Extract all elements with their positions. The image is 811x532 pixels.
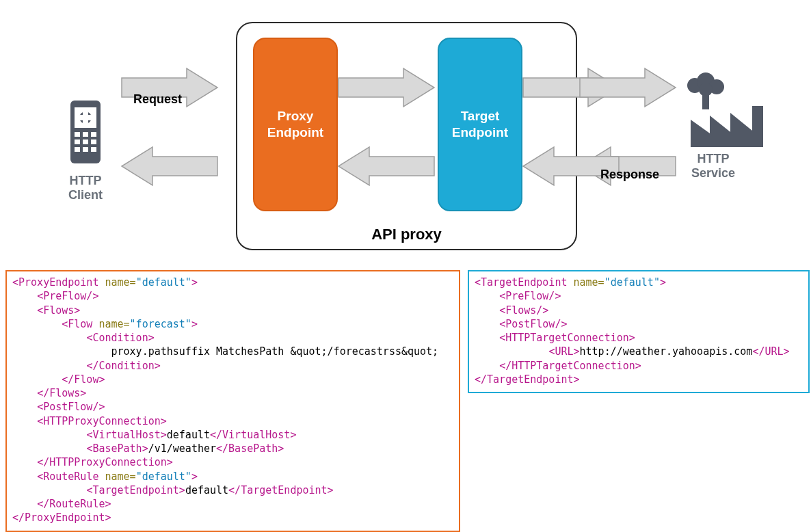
target-endpoint-xml: <TargetEndpoint name="default"> <PreFlow… xyxy=(468,270,810,393)
arrow-proxy-to-client xyxy=(122,147,217,185)
request-label: Request xyxy=(133,92,182,107)
architecture-diagram: HTTP Client HTTP Service API proxy Proxy… xyxy=(0,0,811,260)
arrow-target-to-proxy xyxy=(338,147,434,185)
proxy-endpoint-xml: <ProxyEndpoint name="default"> <PreFlow/… xyxy=(5,270,460,532)
arrow-proxy-to-target xyxy=(338,68,434,107)
response-label: Response xyxy=(600,168,659,182)
